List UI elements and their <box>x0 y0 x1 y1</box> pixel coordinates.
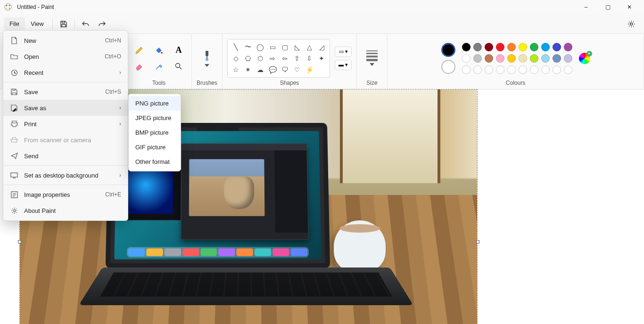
palette-swatch[interactable] <box>541 43 550 51</box>
colour-1-swatch[interactable] <box>441 43 455 57</box>
save-quick-button[interactable] <box>56 17 72 31</box>
file-menu-properties[interactable]: Image properties Ctrl+E <box>3 186 128 202</box>
file-menu-save-as[interactable]: Save as › <box>3 100 128 116</box>
save-as-gif[interactable]: GIF picture <box>129 140 181 154</box>
shape-5star[interactable]: ☆ <box>231 65 241 74</box>
file-menu-new[interactable]: New Ctrl+N <box>3 32 128 49</box>
menu-view[interactable]: View <box>25 17 50 30</box>
palette-swatch[interactable] <box>541 54 550 63</box>
palette-swatch-empty[interactable] <box>530 65 538 74</box>
desktop-icon <box>10 171 18 179</box>
palette-swatch-empty[interactable] <box>519 65 527 74</box>
shape-rtri[interactable]: ◿ <box>316 42 327 52</box>
settings-button[interactable] <box>623 17 639 31</box>
palette-swatch[interactable] <box>564 43 572 51</box>
palette-swatch-empty[interactable] <box>564 65 572 74</box>
shape-poly[interactable]: ◺ <box>292 42 302 52</box>
save-as-bmp[interactable]: BMP picture <box>129 125 181 140</box>
file-menu-send[interactable]: Send <box>3 148 128 164</box>
shape-oval[interactable]: ◯ <box>255 42 265 52</box>
shape-roundrect[interactable]: ▢ <box>280 42 290 52</box>
file-menu-about[interactable]: About Paint <box>3 202 128 219</box>
ribbon-group-brushes: Brushes <box>192 34 223 89</box>
resize-handle-right[interactable] <box>476 240 479 243</box>
palette-swatch-empty[interactable] <box>553 65 561 74</box>
edit-colours-button[interactable] <box>579 53 590 64</box>
svg-point-7 <box>176 63 180 67</box>
shape-lightning[interactable]: ⚡ <box>304 65 314 74</box>
menu-separator <box>3 82 128 82</box>
palette-swatch[interactable] <box>564 54 572 63</box>
palette-swatch[interactable] <box>530 54 538 63</box>
resize-handle-left[interactable] <box>18 240 21 243</box>
palette-swatch[interactable] <box>496 54 504 63</box>
palette-swatch[interactable] <box>496 43 504 51</box>
maximize-button[interactable]: ▢ <box>597 0 619 14</box>
palette-swatch-empty[interactable] <box>462 65 471 74</box>
menu-separator <box>74 19 75 29</box>
shape-more[interactable] <box>316 65 327 74</box>
palette-swatch[interactable] <box>473 54 482 63</box>
undo-button[interactable] <box>78 17 94 31</box>
shape-6star[interactable]: ✶ <box>243 65 253 74</box>
palette-swatch[interactable] <box>519 43 527 51</box>
file-menu-set-background[interactable]: Set as desktop background › <box>3 167 128 183</box>
shape-4star[interactable]: ✦ <box>316 54 327 63</box>
pencil-tool[interactable] <box>131 43 147 57</box>
palette-swatch[interactable] <box>462 54 471 63</box>
svg-point-3 <box>6 8 8 9</box>
shape-arrow-l[interactable]: ⇦ <box>280 54 290 63</box>
shape-hex[interactable]: ⬡ <box>255 54 265 63</box>
palette-swatch[interactable] <box>462 43 471 51</box>
palette-swatch[interactable] <box>553 54 561 63</box>
palette-swatch[interactable] <box>507 54 516 63</box>
size-dropdown[interactable] <box>362 50 382 66</box>
palette-swatch[interactable] <box>553 43 561 51</box>
palette-swatch[interactable] <box>530 43 538 51</box>
shape-curve[interactable]: 〜 <box>243 42 253 52</box>
palette-swatch[interactable] <box>485 54 493 63</box>
menu-file[interactable]: File <box>4 17 25 30</box>
shape-pent[interactable]: ⬠ <box>243 54 253 63</box>
shape-fill-dropdown[interactable]: ▬ ▾ <box>335 60 352 70</box>
shape-callout-ov[interactable]: 💬 <box>267 65 278 74</box>
shape-line[interactable]: ╲ <box>231 42 241 52</box>
shape-callout-rd[interactable]: ☁ <box>255 65 265 74</box>
palette-swatch[interactable] <box>519 54 527 63</box>
shape-arrow-u[interactable]: ⇧ <box>292 54 302 63</box>
eraser-tool[interactable] <box>131 59 147 73</box>
close-button[interactable]: ✕ <box>619 0 640 14</box>
save-as-other[interactable]: Other format <box>129 154 181 169</box>
picker-tool[interactable] <box>151 59 167 73</box>
shape-outline-dropdown[interactable]: ▭ ▾ <box>335 47 352 57</box>
file-menu-print[interactable]: Print › <box>3 116 128 132</box>
minimize-button[interactable]: – <box>575 0 597 14</box>
shape-arrow-d[interactable]: ⇩ <box>304 54 314 63</box>
palette-swatch[interactable] <box>473 43 482 51</box>
shape-heart[interactable]: ♡ <box>292 65 302 74</box>
file-menu-open[interactable]: Open Ctrl+O <box>3 49 128 65</box>
file-menu-save[interactable]: Save Ctrl+S <box>3 84 128 100</box>
shape-arrow-r[interactable]: ⇨ <box>267 54 278 63</box>
fill-tool[interactable] <box>151 43 167 57</box>
palette-swatch-empty[interactable] <box>507 65 516 74</box>
shapes-gallery[interactable]: ╲ 〜 ◯ ▭ ▢ ◺ △ ◿ ◇ ⬠ ⬡ ⇨ ⇦ ⇧ ⇩ ✦ ☆ <box>227 39 330 78</box>
shape-rect[interactable]: ▭ <box>267 42 278 52</box>
save-as-png[interactable]: PNG picture <box>129 96 181 111</box>
palette-swatch[interactable] <box>507 43 516 51</box>
palette-swatch[interactable] <box>485 43 493 51</box>
palette-swatch-empty[interactable] <box>541 65 550 74</box>
shape-callout-cl[interactable]: 🗨 <box>280 65 290 74</box>
magnifier-tool[interactable] <box>171 59 187 73</box>
colour-2-swatch[interactable] <box>441 60 455 74</box>
file-menu-recent[interactable]: Recent › <box>3 65 128 81</box>
brushes-dropdown[interactable] <box>197 50 217 67</box>
save-as-jpeg[interactable]: JPEG picture <box>129 111 181 125</box>
shape-diamond[interactable]: ◇ <box>231 54 241 63</box>
shape-tri[interactable]: △ <box>304 42 314 52</box>
palette-swatch-empty[interactable] <box>496 65 504 74</box>
text-tool[interactable]: A <box>171 43 187 57</box>
redo-button[interactable] <box>94 17 110 31</box>
palette-swatch-empty[interactable] <box>473 65 482 74</box>
palette-swatch-empty[interactable] <box>485 65 493 74</box>
